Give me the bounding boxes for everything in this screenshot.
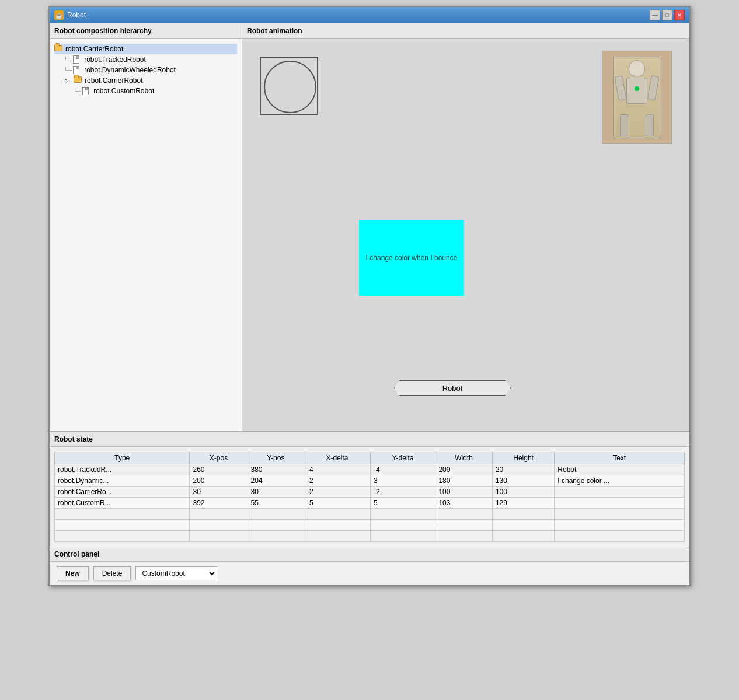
table-cell: 392	[190, 498, 248, 509]
table-cell: robot.TrackedR...	[55, 464, 190, 475]
table-row: robot.CustomR...39255-55103129	[55, 498, 685, 509]
tree-label-custom: robot.CustomRobot	[93, 87, 154, 95]
delete-button[interactable]: Delete	[93, 566, 131, 580]
tree-item-tracked[interactable]: └─ robot.TrackedRobot	[64, 54, 237, 65]
control-panel-title: Control panel	[50, 547, 689, 562]
control-row: New Delete CustomRobotTrackedRobotDynami…	[50, 562, 689, 585]
table-cell	[555, 498, 685, 509]
app-icon: ☕	[54, 10, 64, 20]
close-button[interactable]: ✕	[674, 10, 685, 20]
tree-label-carrier-child: robot.CarrierRobot	[85, 76, 142, 85]
table-row-empty	[55, 509, 685, 520]
table-cell: -4	[370, 464, 435, 475]
doc-icon-custom	[82, 87, 92, 95]
tree-area: robot.CarrierRobot └─ robot.TrackedRobot…	[50, 39, 242, 431]
col-text: Text	[555, 452, 685, 464]
table-cell: 100	[492, 487, 554, 498]
right-panel: Robot animation	[242, 23, 689, 431]
tree-label-tracked: robot.TrackedRobot	[84, 55, 146, 64]
table-row: robot.TrackedR...260380-4-420020Robot	[55, 464, 685, 475]
tree-item-carrier-root[interactable]: robot.CarrierRobot	[54, 44, 237, 54]
state-title: Robot state	[50, 432, 689, 447]
table-cell: -2	[370, 487, 435, 498]
table-cell: -5	[304, 498, 371, 509]
robot-figure	[613, 57, 660, 138]
tree-connector-custom: └─	[73, 88, 81, 94]
robot-type-dropdown[interactable]: CustomRobotTrackedRobotDynamicWheeledRob…	[135, 566, 217, 580]
minimize-button[interactable]: —	[650, 10, 660, 20]
col-height: Height	[492, 452, 554, 464]
state-table: Type X-pos Y-pos X-delta Y-delta Width H…	[54, 452, 685, 542]
table-cell	[555, 487, 685, 498]
new-button[interactable]: New	[57, 566, 89, 580]
tree-item-dynamic[interactable]: └─ robot.DynamicWheeledRobot	[64, 65, 237, 75]
table-cell: -4	[304, 464, 371, 475]
folder-icon-carrier-root	[54, 45, 64, 53]
table-cell: robot.CustomR...	[55, 498, 190, 509]
col-width: Width	[435, 452, 493, 464]
tree-label-carrier-root: robot.CarrierRobot	[65, 45, 123, 53]
table-cell: 130	[492, 475, 554, 487]
tree-label-dynamic: robot.DynamicWheeledRobot	[84, 66, 176, 74]
animation-area: I change color when I bounce Robot	[242, 39, 689, 431]
table-cell: 30	[248, 487, 304, 498]
table-cell: 30	[190, 487, 248, 498]
state-table-area: Type X-pos Y-pos X-delta Y-delta Width H…	[50, 447, 689, 547]
col-xpos: X-pos	[190, 452, 248, 464]
table-cell: -2	[304, 475, 371, 487]
table-cell: 129	[492, 498, 554, 509]
state-section: Robot state Type X-pos Y-pos X-delta Y-d…	[50, 432, 689, 547]
table-cell: I change color ...	[555, 475, 685, 487]
tree-connector-dynamic: └─	[64, 67, 72, 74]
robot-label-text: Robot	[442, 384, 463, 393]
table-cell: 200	[190, 475, 248, 487]
col-ydelta: Y-delta	[370, 452, 435, 464]
maximize-button[interactable]: □	[662, 10, 672, 20]
carrier-robot-box	[260, 57, 318, 115]
table-cell: 5	[370, 498, 435, 509]
expand-icon-carrier: ◇─	[64, 78, 72, 84]
control-panel-wrapper: Control panel New Delete CustomRobotTrac…	[50, 547, 689, 585]
table-cell: 260	[190, 464, 248, 475]
table-cell: robot.CarrierRo...	[55, 487, 190, 498]
animation-title: Robot animation	[242, 23, 689, 39]
table-cell: 200	[435, 464, 493, 475]
table-cell: 100	[435, 487, 493, 498]
table-cell: 55	[248, 498, 304, 509]
tree-item-carrier-child[interactable]: ◇─ robot.CarrierRobot	[64, 75, 237, 86]
main-window: ☕ Robot — □ ✕ Robot composition hierarch…	[48, 6, 691, 586]
table-cell: 103	[435, 498, 493, 509]
window-controls: — □ ✕	[650, 10, 685, 20]
window-title: Robot	[67, 11, 86, 19]
col-type: Type	[55, 452, 190, 464]
doc-icon-tracked	[73, 55, 82, 64]
doc-icon-dynamic	[73, 66, 82, 74]
table-row-empty	[55, 520, 685, 531]
hierarchy-title: Robot composition hierarchy	[50, 23, 242, 39]
left-panel: Robot composition hierarchy robot.Carrie…	[50, 23, 242, 431]
table-row-empty	[55, 531, 685, 542]
title-bar-left: ☕ Robot	[54, 10, 86, 20]
carrier-robot-circle	[264, 61, 316, 113]
tracked-robot-label: Robot	[394, 380, 511, 396]
table-row: robot.CarrierRo...3030-2-2100100	[55, 487, 685, 498]
main-content: Robot composition hierarchy robot.Carrie…	[50, 23, 689, 432]
table-cell: 204	[248, 475, 304, 487]
table-cell: robot.Dynamic...	[55, 475, 190, 487]
table-row: robot.Dynamic...200204-23180130I change …	[55, 475, 685, 487]
table-cell: 20	[492, 464, 554, 475]
cyan-box-text: I change color when I bounce	[366, 254, 458, 262]
col-ypos: Y-pos	[248, 452, 304, 464]
table-cell: Robot	[555, 464, 685, 475]
table-cell: -2	[304, 487, 371, 498]
table-cell: 380	[248, 464, 304, 475]
robot-photo	[602, 51, 672, 144]
table-cell: 3	[370, 475, 435, 487]
tree-item-custom[interactable]: └─ robot.CustomRobot	[73, 86, 237, 96]
col-xdelta: X-delta	[304, 452, 371, 464]
folder-icon-carrier-child	[74, 76, 83, 85]
title-bar: ☕ Robot — □ ✕	[50, 7, 689, 23]
dynamic-robot-box: I change color when I bounce	[359, 220, 464, 296]
tree-connector-tracked: └─	[64, 57, 72, 63]
table-cell: 180	[435, 475, 493, 487]
